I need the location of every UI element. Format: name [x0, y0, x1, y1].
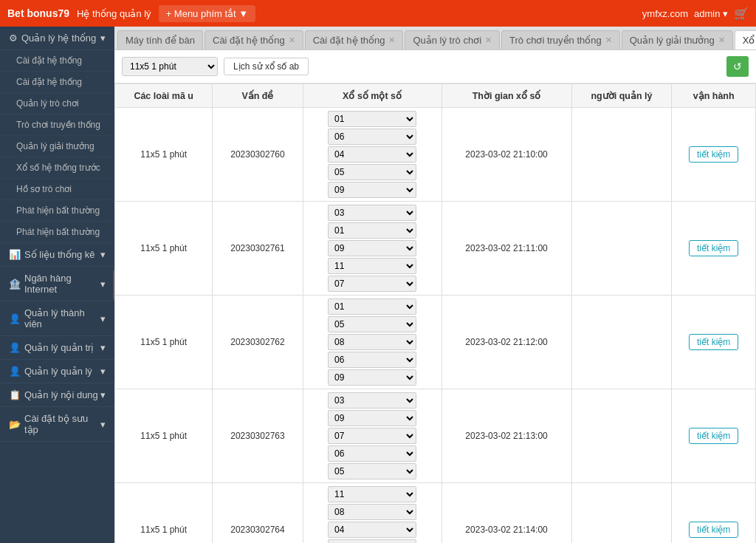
toolbar: 11x5 1 phút11x5 3 phút11x5 5 phút Lịch s… [114, 50, 756, 83]
save-btn-0[interactable]: tiết kiệm [689, 146, 738, 163]
number-select-3-1[interactable]: 0102030405060708091011 [328, 410, 416, 426]
system-label: Hệ thống quản lý [77, 8, 151, 19]
number-select-2-1[interactable]: 0102030405060708091011 [328, 316, 416, 332]
table-container: Các loài mã uVấn đềXổ số một sốThời gian… [114, 83, 756, 543]
row-numbers-2: 0102030405060708091011010203040506070809… [303, 296, 441, 389]
sidebar-item-config-sys[interactable]: Cài đặt hệ thống [0, 72, 114, 93]
number-select-4-2[interactable]: 0102030405060708091011 [328, 522, 416, 538]
number-select-1-4[interactable]: 0102030405060708091011 [328, 276, 416, 292]
tab-desktop[interactable]: Máy tính để bàn [117, 30, 203, 49]
arrow-icon-manage-mgr: ▾ [100, 366, 106, 377]
tab-desktop-label: Máy tính để bàn [126, 35, 195, 46]
number-select-0-0[interactable]: 0102030405060708091011 [328, 111, 416, 127]
number-select-2-2[interactable]: 0102030405060708091011 [328, 334, 416, 350]
tab-config[interactable]: Cài đặt hệ thống✕ [305, 30, 404, 49]
sidebar-item-detect-anomaly2[interactable]: Phát hiện bất thường [0, 222, 114, 243]
top-bar-right: ymfxz.com admin ▾ 🛒 [642, 7, 749, 21]
bell-icon[interactable]: 🛒 [734, 7, 749, 21]
number-select-0-2[interactable]: 0102030405060708091011 [328, 146, 416, 163]
number-select-0-4[interactable]: 0102030405060708091011 [328, 182, 416, 198]
row-action-1: tiết kiệm [672, 202, 756, 296]
row-issue-0: 20230302760 [213, 108, 303, 202]
row-time-2: 2023-03-02 21:12:00 [441, 296, 571, 389]
number-select-2-3[interactable]: 0102030405060708091011 [328, 352, 416, 368]
row-time-1: 2023-03-02 21:11:00 [441, 202, 571, 296]
tab-trad-label: Trò chơi truyền thống [509, 35, 602, 46]
row-action-0: tiết kiệm [672, 108, 756, 202]
number-select-2-4[interactable]: 0102030405060708091011 [328, 369, 416, 386]
number-select-3-4[interactable]: 0102030405060708091011 [328, 463, 416, 479]
save-btn-1[interactable]: tiết kiệm [689, 240, 738, 256]
tab-install-close[interactable]: ✕ [289, 35, 295, 45]
tab-lottery[interactable]: Xổ số hệ thống [735, 30, 756, 49]
sidebar-item-manage-sys[interactable]: ⚙Quản lý hệ thống▾ [0, 27, 114, 50]
tab-game-close[interactable]: ✕ [485, 35, 492, 45]
row-issue-3: 20230302763 [213, 389, 303, 483]
table-row: 11x5 1 phút20230302762010203040506070809… [115, 296, 756, 389]
sidebar-icon-manage-admin: 👤 [9, 342, 21, 353]
sidebar-item-manage-admin[interactable]: 👤Quản lý quản trị▾ [0, 336, 114, 360]
col-Vấn-đề: Vấn đề [213, 84, 303, 108]
number-select-2-0[interactable]: 0102030405060708091011 [328, 298, 416, 315]
tab-prize-close[interactable]: ✕ [718, 35, 725, 45]
row-action-3: tiết kiệm [672, 389, 756, 483]
sidebar-item-install-sys[interactable]: Cài đặt hệ thống [0, 50, 114, 72]
sidebar-item-manage-prize[interactable]: Quản lý giải thưởng [0, 136, 114, 157]
number-select-4-0[interactable]: 0102030405060708091011 [328, 486, 416, 502]
row-type-4: 11x5 1 phút [115, 483, 213, 544]
row-issue-2: 20230302762 [213, 296, 303, 389]
number-select-4-3[interactable]: 0102030405060708091011 [328, 539, 416, 543]
tab-lottery-label: Xổ số hệ thống [743, 35, 756, 46]
row-issue-4: 20230302764 [213, 483, 303, 544]
sidebar-item-trad-game[interactable]: Trò chơi truyền thống [0, 115, 114, 136]
sidebar-label-manage-member: Quản lý thành viên [24, 307, 100, 329]
number-select-1-0[interactable]: 0102030405060708091011 [328, 205, 416, 221]
sidebar-item-collection-setting[interactable]: 📂Cài đặt bộ sưu tập▾ [0, 407, 114, 442]
shortcut-menu[interactable]: + Menu phím tắt ▼ [159, 5, 256, 22]
sidebar-item-manage-mgr[interactable]: 👤Quản lý quản lý▾ [0, 360, 114, 383]
row-numbers-0: 0102030405060708091011010203040506070809… [303, 108, 441, 202]
sidebar-icon-manage-mgr: 👤 [9, 366, 21, 377]
row-type-1: 11x5 1 phút [115, 202, 213, 296]
row-type-3: 11x5 1 phút [115, 389, 213, 483]
tab-install[interactable]: Cài đặt hệ thống✕ [205, 30, 303, 49]
sidebar-collapse-btn[interactable]: ◀ [113, 270, 114, 300]
col-Thời-gian-xổ-số: Thời gian xổ số [441, 84, 571, 108]
admin-label[interactable]: admin ▾ [694, 8, 728, 19]
sidebar-item-manage-member[interactable]: 👤Quản lý thành viên▾ [0, 301, 114, 336]
sidebar-item-lottery-before[interactable]: Xổ số hệ thống trước [0, 157, 114, 179]
sidebar-item-manage-content[interactable]: 📋Quản lý nội dung▾ [0, 383, 114, 407]
sidebar-item-internet-bank[interactable]: 🏦Ngân hàng Internet▾ [0, 267, 114, 301]
save-btn-4[interactable]: tiết kiệm [689, 522, 738, 538]
history-button[interactable]: Lịch sử xổ số ab [224, 58, 309, 75]
tab-trad[interactable]: Trò chơi truyền thống✕ [501, 30, 620, 49]
save-btn-3[interactable]: tiết kiệm [689, 428, 738, 444]
number-select-4-1[interactable]: 0102030405060708091011 [328, 504, 416, 520]
sidebar: ⚙Quản lý hệ thống▾Cài đặt hệ thốngCài đặ… [0, 27, 114, 543]
tabs-bar: Máy tính để bànCài đặt hệ thống✕Cài đặt … [114, 27, 756, 50]
number-select-0-3[interactable]: 0102030405060708091011 [328, 164, 416, 180]
tab-config-close[interactable]: ✕ [388, 35, 395, 45]
tab-game[interactable]: Quản lý trò chơi✕ [405, 30, 500, 49]
tab-prize[interactable]: Quản lý giải thưởng✕ [622, 30, 733, 49]
sidebar-label-manage-sys: Quản lý hệ thống [21, 33, 100, 44]
row-type-2: 11x5 1 phút [115, 296, 213, 389]
arrow-icon-manage-sys: ▾ [100, 33, 106, 44]
sidebar-item-manage-game[interactable]: Quản lý trò chơi [0, 93, 114, 115]
number-select-1-1[interactable]: 0102030405060708091011 [328, 222, 416, 239]
sidebar-item-game-profile[interactable]: Hồ sơ trò chơi [0, 179, 114, 200]
number-select-3-2[interactable]: 0102030405060708091011 [328, 428, 416, 444]
number-select-3-3[interactable]: 0102030405060708091011 [328, 445, 416, 462]
refresh-button[interactable]: ↺ [726, 56, 749, 77]
number-select-3-0[interactable]: 0102030405060708091011 [328, 392, 416, 409]
number-select-1-2[interactable]: 0102030405060708091011 [328, 240, 416, 256]
row-manager-1 [571, 202, 672, 296]
number-select-1-3[interactable]: 0102030405060708091011 [328, 258, 416, 274]
save-btn-2[interactable]: tiết kiệm [689, 334, 738, 350]
number-select-0-1[interactable]: 0102030405060708091011 [328, 129, 416, 145]
sidebar-item-detect-anomaly1[interactable]: Phát hiện bất thường [0, 200, 114, 222]
tab-trad-close[interactable]: ✕ [605, 35, 612, 45]
arrow-icon-manage-content: ▾ [100, 389, 106, 400]
game-type-select[interactable]: 11x5 1 phút11x5 3 phút11x5 5 phút [122, 57, 218, 76]
sidebar-item-stats[interactable]: 📊Số liệu thống kê▾ [0, 243, 114, 267]
